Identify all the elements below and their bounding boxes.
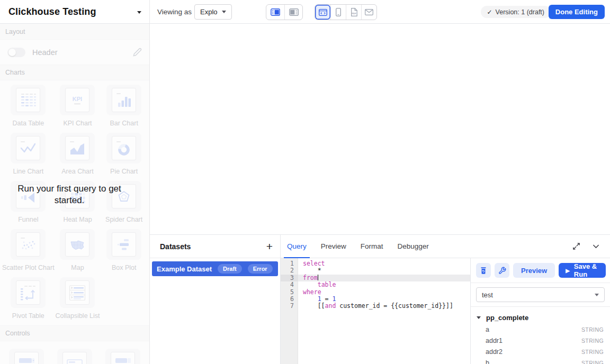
mobile-view-button[interactable] <box>330 5 346 20</box>
add-dataset-button[interactable]: + <box>266 241 273 252</box>
table-selector[interactable]: test <box>476 287 605 302</box>
header-toggle-row: Header <box>0 40 149 65</box>
chart-tile-collapsible-list[interactable]: Collapsible List <box>55 277 101 325</box>
code-line: 6 1 = 1 <box>281 296 470 303</box>
code-line: 1 select <box>281 260 470 267</box>
datasets-panel: Datasets + Example Dataset Draft Error <box>150 235 281 364</box>
table-selector-value: test <box>482 291 493 299</box>
schema-column-row[interactable]: b STRING <box>477 357 604 364</box>
pie-chart-icon <box>113 138 134 159</box>
edit-header-button[interactable] <box>133 48 142 57</box>
check-icon: ✓ <box>487 8 492 16</box>
tab-preview[interactable]: Preview <box>321 235 346 258</box>
dataset-name: Example Dataset <box>157 265 212 273</box>
code-line: 2 * <box>281 267 470 274</box>
line-chart-icon <box>17 138 39 159</box>
header-toggle-switch[interactable] <box>7 48 25 57</box>
top-bar: Clickhouse Testing Viewing as Explo <box>0 0 610 24</box>
dataset-error-badge: Error <box>248 264 273 274</box>
chart-tile-data-table[interactable]: Data Table <box>2 85 55 133</box>
tab-debugger[interactable]: Debugger <box>398 235 429 258</box>
chart-tile-box-plot[interactable]: Box Plot <box>101 229 147 277</box>
mobile-icon <box>335 8 342 16</box>
export-mode-toggle-group: PDF <box>315 4 377 20</box>
done-editing-button[interactable]: Done Editing <box>549 5 605 19</box>
expand-panel-icon[interactable] <box>572 242 581 251</box>
code-line: 4 table <box>281 281 470 288</box>
expander-chevron-down-icon <box>477 316 481 319</box>
schema-table-header[interactable]: pp_complete <box>477 311 604 324</box>
chart-tile-kpi-chart[interactable]: KPI KPI Chart <box>55 85 101 133</box>
chart-tile-scatter-plot[interactable]: Scatter Plot Chart <box>2 229 55 277</box>
schema-table-name: pp_complete <box>486 314 528 322</box>
viewer-select-value: Explo <box>200 8 218 16</box>
plus-icon: + <box>266 240 273 252</box>
preview-query-button[interactable]: Preview <box>513 263 555 278</box>
control-tile[interactable] <box>99 349 147 364</box>
box-plot-icon <box>113 234 134 255</box>
area-chart-icon <box>67 138 88 159</box>
pivot-table-icon <box>17 282 39 303</box>
dataset-list-item-selected[interactable]: Example Dataset Draft Error <box>152 261 278 276</box>
control-tile[interactable] <box>2 349 50 364</box>
pdf-export-button[interactable]: PDF <box>346 5 361 20</box>
pdf-icon: PDF <box>351 8 357 16</box>
collapse-panel-chevron-down-icon[interactable] <box>591 242 600 251</box>
email-icon <box>365 9 373 15</box>
collapsible-list-icon <box>67 282 88 303</box>
tab-query[interactable]: Query <box>287 235 307 258</box>
chart-tile-map[interactable]: Map <box>55 229 101 277</box>
viewer-select[interactable]: Explo <box>194 4 232 20</box>
divider <box>149 0 150 23</box>
section-header-controls: Controls <box>0 325 149 341</box>
panel-left-icon <box>271 8 280 16</box>
data-table-icon <box>17 89 39 111</box>
chart-tile-area-chart[interactable]: Area Chart <box>55 133 101 181</box>
chart-tile-pivot-table[interactable]: Pivot Table <box>2 277 55 325</box>
header-toggle-label: Header <box>32 48 58 57</box>
panel-left-button[interactable] <box>266 5 284 20</box>
chart-tile-pie-chart[interactable]: Pie Chart <box>101 133 147 181</box>
text-cursor <box>318 275 319 280</box>
component-sidebar: Layout Header Charts <box>0 24 150 364</box>
datepicker-control-icon <box>112 353 133 364</box>
svg-text:KPI: KPI <box>73 96 82 102</box>
code-line-active: 3 from <box>281 275 470 281</box>
schema-browser: pp_complete a STRING addr1 STRING addr2 … <box>471 307 610 364</box>
svg-text:PDF: PDF <box>352 12 356 15</box>
sql-code-editor[interactable]: 1 select 2 * 3 from 4 table <box>281 258 470 364</box>
chart-tile-line-chart[interactable]: Line Chart <box>2 133 55 181</box>
format-settings-button[interactable] <box>495 263 509 278</box>
map-icon <box>67 234 88 255</box>
kpi-chart-icon: KPI <box>67 89 88 111</box>
web-view-button[interactable] <box>315 5 330 20</box>
datasets-header: Datasets + <box>150 235 280 258</box>
version-badge[interactable]: ✓ Version: 1 (draft) <box>481 6 551 18</box>
panel-right-icon <box>289 8 299 16</box>
schema-column-row[interactable]: addr2 STRING <box>477 346 604 357</box>
scatter-plot-icon <box>17 234 39 255</box>
dropdown-control-icon <box>16 353 37 364</box>
email-export-button[interactable] <box>361 5 376 20</box>
section-header-layout: Layout <box>0 24 149 40</box>
datasets-title: Datasets <box>160 242 191 251</box>
schema-column-row[interactable]: a STRING <box>477 324 604 335</box>
schema-column-row[interactable]: addr1 STRING <box>477 335 604 346</box>
code-line: 7 [[and customer_id = {{customer_id}}]] <box>281 303 470 310</box>
code-line: 5 where <box>281 289 470 296</box>
web-embed-icon <box>319 9 327 16</box>
chart-tile-bar-chart[interactable]: Bar Chart <box>101 85 147 133</box>
controls-grid <box>0 341 149 364</box>
dashboard-title[interactable]: Clickhouse Testing <box>8 0 96 24</box>
title-chevron-down-icon[interactable] <box>137 11 141 14</box>
panel-right-button[interactable] <box>284 5 302 20</box>
trash-icon <box>480 267 487 275</box>
control-tile[interactable] <box>50 349 98 364</box>
wrench-icon <box>498 267 506 275</box>
save-and-run-button[interactable]: ▶ Save & Run <box>559 263 606 278</box>
chevron-down-icon <box>222 11 226 13</box>
query-actions-panel: Preview ▶ Save & Run test <box>470 258 610 364</box>
tab-format[interactable]: Format <box>361 235 383 258</box>
delete-dataset-button[interactable] <box>476 263 491 278</box>
version-badge-text: Version: 1 (draft) <box>496 8 544 16</box>
